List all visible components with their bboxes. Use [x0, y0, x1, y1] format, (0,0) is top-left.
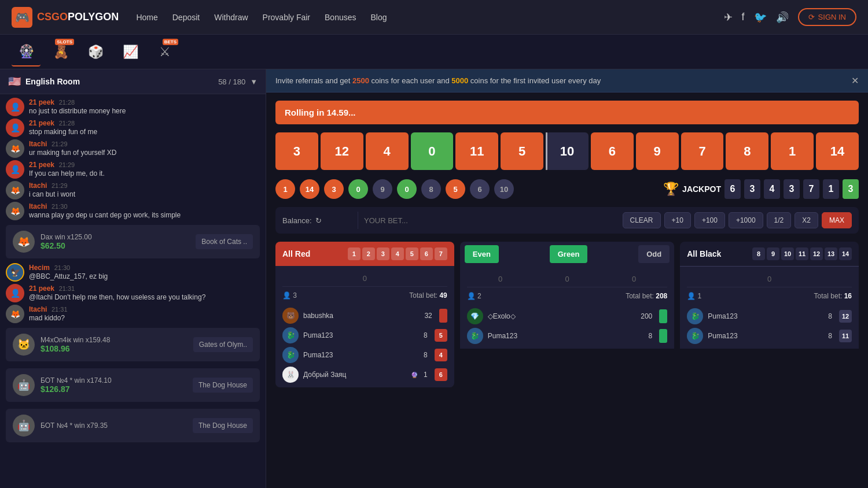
avatar: 🦊: [6, 139, 24, 158]
nav-withdraw[interactable]: Withdraw: [214, 13, 248, 22]
players-count: 👤 3: [282, 291, 297, 300]
win-name: БОТ №4 * win x174.10: [41, 376, 187, 385]
player-bet: 8: [424, 331, 428, 339]
chevron-down-icon[interactable]: ▼: [250, 77, 258, 86]
history-ball[interactable]: 3: [324, 179, 344, 199]
panel-header-even-green: Even Green Odd: [460, 242, 675, 267]
submenu-roulette[interactable]: 🎡: [12, 38, 41, 66]
logo[interactable]: 🎮 CSGOPOLYGON: [12, 7, 119, 28]
bets-badge: BETS: [163, 39, 178, 45]
sign-in-button[interactable]: ⟳ SIGN IN: [798, 8, 856, 26]
jackpot-row: 🏆 JACKPOT 6 3 4 3 7 1 3: [663, 179, 859, 199]
plus100-button[interactable]: +100: [694, 212, 725, 228]
plus1000-button[interactable]: +1000: [729, 212, 763, 228]
panel-players: 🐉 Puma123 8 12 🐉 Puma123 8 11: [687, 308, 852, 344]
max-button[interactable]: MAX: [822, 212, 852, 228]
player-badge: 12: [839, 310, 852, 323]
nav-blog[interactable]: Blog: [371, 13, 387, 22]
panel-stats: 👤 3 Total bet: 49: [282, 287, 447, 304]
history-ball[interactable]: 10: [494, 179, 514, 199]
room-header: 🇺🇸 English Room 58 / 180 ▼: [0, 69, 266, 94]
history-ball[interactable]: 8: [421, 179, 441, 199]
panel-stats: 👤 1 Total bet: 16: [687, 287, 852, 305]
chart-icon: 📈: [123, 45, 138, 60]
submenu-chart[interactable]: 📈: [116, 38, 145, 66]
win-game-button[interactable]: The Dog House: [193, 378, 253, 393]
win-game-button[interactable]: The Dog House: [193, 418, 253, 433]
jackpot-digit: 4: [764, 179, 780, 199]
win-game-button[interactable]: Gates of Olym..: [193, 337, 253, 352]
jackpot-label: JACKPOT: [682, 184, 721, 194]
history-ball[interactable]: 6: [470, 179, 490, 199]
facebook-icon[interactable]: f: [742, 11, 745, 23]
list-item: 👤 21 peek 21:28 stop making fun of me: [6, 119, 260, 137]
players-count: 👤 2: [467, 292, 481, 300]
reel-cell: 5: [501, 132, 543, 170]
win-card: 🦊 Dax win x125.00 $62.50 Book of Cats ..: [6, 225, 260, 258]
submenu-slots[interactable]: SLOTS 🧸: [46, 38, 75, 66]
avatar: 🐉: [687, 328, 703, 344]
odd-bet-amount: 0: [601, 271, 668, 287]
history-ball[interactable]: 0: [397, 179, 417, 199]
jackpot-digit: 3: [744, 179, 760, 199]
panel-header-black: All Black 8 9 10 11 12 13 14: [680, 242, 859, 267]
volume-icon[interactable]: 🔊: [776, 11, 789, 24]
clear-button[interactable]: CLEAR: [623, 212, 661, 228]
win-game-button[interactable]: Book of Cats ..: [196, 234, 253, 249]
submenu-versus[interactable]: BETS ⚔: [150, 38, 179, 66]
bet-panels: All Red 1 2 3 4 5 6 7 0: [275, 242, 859, 387]
win-name: Dax win x125.00: [41, 233, 190, 241]
green-tab[interactable]: Green: [550, 245, 588, 263]
panel-title: All Red: [282, 249, 310, 258]
history-jackpot-row: 1 14 3 0 9 0 8 5 6 10 🏆 JACKPOT 6 3 4: [275, 179, 859, 199]
room-name: English Room: [25, 77, 80, 86]
close-icon[interactable]: ✕: [851, 75, 859, 86]
msg-content: 21 peek 21:29 If you can help me, do it.: [29, 160, 260, 178]
history-ball[interactable]: 0: [348, 179, 368, 199]
balance-box: Balance: ↻: [282, 216, 352, 225]
msg-text: If you can help me, do it.: [29, 169, 260, 178]
avatar: 👤: [6, 98, 24, 116]
player-name: Puma123: [708, 312, 823, 320]
history-ball[interactable]: 1: [275, 179, 295, 199]
msg-author: 21 peek: [29, 119, 54, 127]
history-ball[interactable]: 5: [446, 179, 465, 199]
telegram-icon[interactable]: ✈: [724, 11, 733, 24]
slot-content: Rolling in 14.59... 3 12 4 0 11 5 10 6 9…: [266, 93, 868, 488]
twitter-icon[interactable]: 🐦: [754, 11, 767, 24]
history-ball[interactable]: 9: [373, 179, 392, 199]
list-item: 👤 21 peek 21:29 If you can help me, do i…: [6, 160, 260, 179]
win-name: М4хОп4ік win x159.48: [41, 336, 187, 344]
room-flag: 🇺🇸: [8, 75, 21, 88]
msg-content: Itachi 21:31 mad kiddo?: [29, 305, 260, 322]
player-badge: 4: [435, 349, 447, 361]
avatar: 👤: [6, 160, 24, 179]
reel-cell: 4: [366, 132, 409, 170]
avatar: 🦊: [13, 231, 35, 253]
odd-tab[interactable]: Odd: [638, 245, 670, 263]
logo-text: CSGOPOLYGON: [37, 11, 119, 23]
list-item: 🦊 Itachi 21:29 ur making fun of yourself…: [6, 139, 260, 158]
win-info: БОТ №4 * win x174.10 $126.87: [41, 376, 187, 394]
bet-input[interactable]: [364, 216, 617, 225]
avatar: 👤: [6, 284, 24, 302]
panel-num: 10: [781, 247, 794, 260]
refresh-icon[interactable]: ↻: [315, 216, 322, 225]
win-amount: $108.96: [41, 344, 187, 353]
even-tab[interactable]: Even: [465, 245, 499, 263]
msg-time: 21:29: [52, 182, 68, 189]
list-item: 🦊 Itachi 21:29 i can but i wont: [6, 181, 260, 199]
nav-provably-fair[interactable]: Provably Fair: [263, 13, 310, 22]
nav-deposit[interactable]: Deposit: [172, 13, 200, 22]
history-ball[interactable]: 14: [300, 179, 319, 199]
player-badge: 11: [839, 330, 852, 342]
x2-button[interactable]: X2: [795, 212, 818, 228]
player-name: Добрый Заяц: [303, 371, 406, 379]
nav-home[interactable]: Home: [136, 13, 157, 22]
msg-text: no just to distribute money here: [29, 107, 260, 115]
nav-bonuses[interactable]: Bonuses: [325, 13, 356, 22]
submenu-dice[interactable]: 🎲: [81, 38, 110, 66]
list-item: 🦊 Itachi 21:30 wanna play go dep u cant …: [6, 202, 260, 220]
half-button[interactable]: 1/2: [767, 212, 792, 228]
plus10-button[interactable]: +10: [664, 212, 691, 228]
